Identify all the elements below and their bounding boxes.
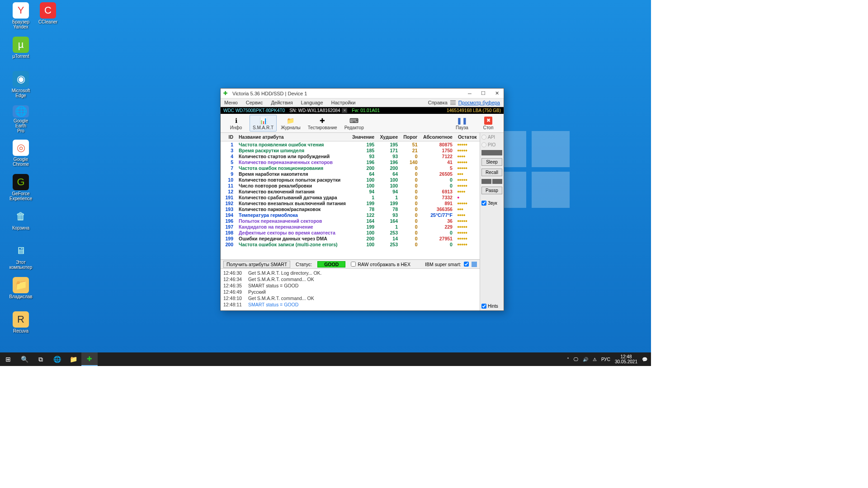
smart-row[interactable]: 194Температура гермоблока12293025°C/77°F… xyxy=(221,212,480,218)
smart-row[interactable]: 12Количество включений питания949406913●… xyxy=(221,188,480,194)
icon-label: Google EarthPro xyxy=(8,118,33,133)
pio-radio[interactable]: PIO xyxy=(481,142,502,147)
desktop-icon[interactable]: 🌐Google EarthPro xyxy=(8,105,33,133)
close-button[interactable]: ✕ xyxy=(490,89,504,99)
smart-row[interactable]: 1Частота проявления ошибок чтения1951955… xyxy=(221,141,480,148)
smart-row[interactable]: 200Частота ошибок записи (multi-zone err… xyxy=(221,241,480,247)
tray-monitor-icon[interactable]: 🖵 xyxy=(574,357,578,362)
app-icon: 🌐 xyxy=(13,105,29,117)
start-button[interactable]: ⊞ xyxy=(0,352,16,366)
menu-settings[interactable]: Настройки xyxy=(331,100,356,105)
tab-info[interactable]: ℹИнфо xyxy=(223,115,249,131)
tray-clock[interactable]: 12:48 30.05.2021 xyxy=(615,354,637,364)
desktop-icon[interactable]: RRecuva xyxy=(8,311,33,339)
smart-row[interactable]: 191Количество срабатываний датчика удара… xyxy=(221,194,480,200)
buffer-view-link[interactable]: Просмотр буфера xyxy=(458,100,500,105)
app-icon: R xyxy=(13,311,29,328)
recall-button[interactable]: Recall xyxy=(481,169,502,176)
device-model: WDC WD7500BPKT-80PK4T0 xyxy=(223,108,285,113)
desktop-icon[interactable]: 🖥Этоткомпьютер xyxy=(8,243,33,271)
desktop-icon[interactable]: 🗑Корзина xyxy=(8,208,33,236)
hints-checkbox[interactable]: Hints xyxy=(481,304,502,309)
col-threshold[interactable]: Порог xyxy=(401,133,420,141)
icon-label: БраузерYandex xyxy=(12,19,29,29)
tab-logs[interactable]: 📁Журналы xyxy=(278,115,304,131)
search-button[interactable]: 🔍 xyxy=(16,352,33,366)
tab-editor[interactable]: ⌨Редактор xyxy=(341,115,367,131)
smart-row[interactable]: 5Количество переназначенных секторов1961… xyxy=(221,159,480,165)
col-absolute[interactable]: Абсолютное xyxy=(420,133,455,141)
smart-row[interactable]: 199Ошибки передачи данных через DMA20014… xyxy=(221,235,480,241)
raw-hex-checkbox[interactable]: RAW отображать в HEX xyxy=(351,262,410,267)
app-icon: C xyxy=(40,2,56,19)
tray-chevron-icon[interactable]: ˄ xyxy=(567,357,569,362)
log-row: 12:48:11SMART status = GOOD xyxy=(223,301,477,308)
taskbar[interactable]: ⊞ 🔍 ⧉ 🌐 📁 ✚ ˄ 🖵 🔊 ⚠ РУС 12:48 30.05.2021… xyxy=(0,352,651,366)
desktop-icon[interactable]: YБраузерYandex xyxy=(8,2,33,30)
tray-volume-icon[interactable]: 🔊 xyxy=(583,357,588,362)
col-value[interactable]: Значение xyxy=(349,133,377,141)
col-worst[interactable]: Худшее xyxy=(377,133,401,141)
log-panel[interactable]: 12:46:30Get S.M.A.R.T. Log directory... … xyxy=(221,269,480,310)
ibm-smart-label: IBM super smart: xyxy=(425,262,461,267)
smart-row[interactable]: 7Частота ошибок позиционирования20020005… xyxy=(221,165,480,171)
col-id[interactable]: ID xyxy=(221,133,236,141)
menu-language[interactable]: Language xyxy=(301,100,323,105)
tab-test[interactable]: ✚Тестирование xyxy=(305,115,340,131)
desktop-icon[interactable]: CCCleaner xyxy=(35,2,61,30)
device-firmware: Fw: 01.01A01 xyxy=(352,108,380,113)
col-name[interactable]: Название атрибута xyxy=(236,133,349,141)
smart-table-wrap[interactable]: ID Название атрибута Значение Худшее Пор… xyxy=(221,133,480,260)
smart-row[interactable]: 9Время наработки накопителя6464026505●●● xyxy=(221,171,480,177)
desktop-icon[interactable]: 📁Владислав xyxy=(8,277,33,305)
desktop-icon[interactable]: GGeForceExperience xyxy=(8,174,33,202)
smart-row[interactable]: 193Количество парковок/распарковок787803… xyxy=(221,206,480,212)
app-icon: Y xyxy=(13,2,29,19)
log-row: 12:46:34Get S.M.A.R.T. command... OK xyxy=(223,276,477,282)
system-tray[interactable]: ˄ 🖵 🔊 ⚠ РУС 12:48 30.05.2021 💬 xyxy=(567,354,651,364)
taskbar-victoria[interactable]: ✚ xyxy=(81,352,98,366)
menu-actions[interactable]: Действия xyxy=(271,100,292,105)
maximize-button[interactable]: ☐ xyxy=(476,89,490,99)
menu-main[interactable]: Меню xyxy=(224,100,238,105)
col-health[interactable]: Остаток xyxy=(455,133,480,141)
smart-row[interactable]: 4Количество стартов или пробуждений93930… xyxy=(221,153,480,159)
tab-smart[interactable]: 📊S.M.A.R.T xyxy=(250,115,277,131)
pause-button[interactable]: ❚❚ Пауза xyxy=(449,115,475,131)
tray-network-icon[interactable]: ⚠ xyxy=(593,357,597,362)
smart-row[interactable]: 192Количество внезапных выключений питан… xyxy=(221,200,480,206)
info-icon: ℹ xyxy=(231,117,241,125)
sleep-button[interactable]: Sleep xyxy=(481,158,502,166)
get-smart-button[interactable]: Получить атрибуты SMART xyxy=(223,261,290,268)
minimize-button[interactable]: ─ xyxy=(463,89,476,99)
log-row: 12:48:10Get S.M.A.R.T. command... OK xyxy=(223,295,477,301)
toolbar: ℹИнфо📊S.M.A.R.T📁Журналы✚Тестирование⌨Ред… xyxy=(221,114,504,133)
task-view-button[interactable]: ⧉ xyxy=(33,352,49,366)
sound-checkbox[interactable]: Звук xyxy=(481,201,502,206)
icon-label: GoogleChrome xyxy=(13,157,29,167)
desktop-icon[interactable]: ◉MicrosoftEdge xyxy=(8,71,33,99)
api-radio[interactable]: API xyxy=(481,135,502,140)
menu-help[interactable]: Справка xyxy=(428,100,448,105)
smart-row[interactable]: 196Попыток переназначений секторов164164… xyxy=(221,218,480,224)
smart-row[interactable]: 3Время раскрутки шпинделя185171211750●●●… xyxy=(221,147,480,153)
smart-row[interactable]: 197Кандидатов на переназначение19910229●… xyxy=(221,224,480,230)
taskbar-explorer[interactable]: 📁 xyxy=(65,352,81,366)
stop-button[interactable]: ✖ Стоп xyxy=(476,115,501,131)
tray-language[interactable]: РУС xyxy=(601,357,610,362)
desktop-icon[interactable]: µµTorrent xyxy=(8,37,33,65)
app-icon: µ xyxy=(13,37,29,53)
tray-notifications-icon[interactable]: 💬 xyxy=(642,357,647,362)
passp-button[interactable]: Passp xyxy=(481,187,502,194)
smart-row[interactable]: 198Дефектные секторы во время самотеста1… xyxy=(221,230,480,235)
ibm-smart-checkbox[interactable] xyxy=(464,262,469,267)
smart-row[interactable]: 10Количество повторных попыток раскрутки… xyxy=(221,177,480,183)
desktop-icon[interactable]: ◎GoogleChrome xyxy=(8,140,33,168)
clear-device-icon[interactable]: × xyxy=(342,108,347,113)
menu-service[interactable]: Сервис xyxy=(246,100,263,105)
status-bar: Получить атрибуты SMART Статус: GOOD RAW… xyxy=(221,260,480,269)
smart-row[interactable]: 11Число повторов рекалибровки10010000●●●… xyxy=(221,183,480,188)
ibm-color-swatch[interactable] xyxy=(472,262,477,267)
titlebar[interactable]: ✚ Victoria 5.36 HDD/SSD | Device 1 ─ ☐ ✕ xyxy=(221,89,504,99)
taskbar-edge[interactable]: 🌐 xyxy=(49,352,65,366)
